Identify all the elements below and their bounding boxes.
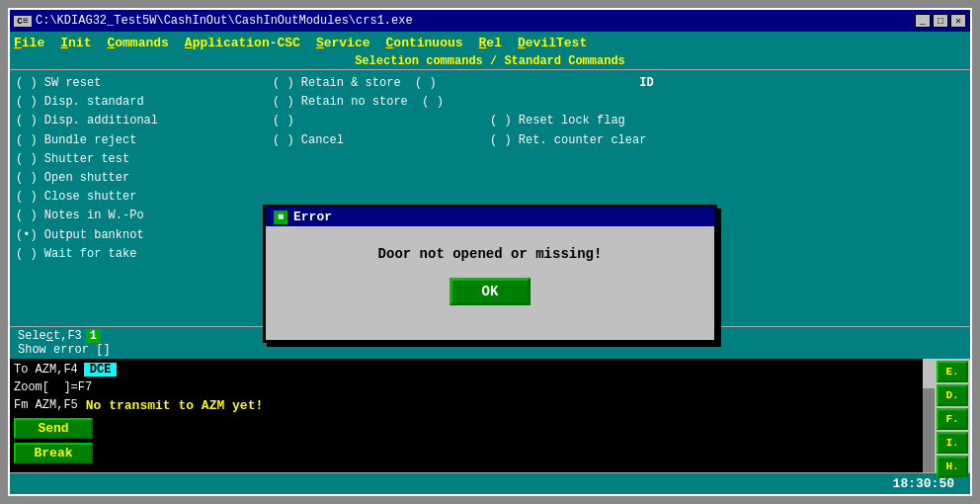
time-display: 18:30:50 — [893, 476, 954, 491]
select-value[interactable]: 1 — [86, 329, 101, 343]
right-btn-h[interactable]: H. — [937, 456, 968, 477]
right-btn-f[interactable]: F. — [937, 408, 968, 430]
list-item[interactable]: ( ) Ret. counter clear — [490, 131, 964, 150]
show-error-row: Show error [ ] — [18, 343, 962, 357]
menu-item-rel[interactable]: Rel — [479, 36, 502, 50]
dialog-ok-button[interactable]: OK — [449, 278, 531, 305]
dialog-body: Door not opened or missing! OK — [266, 226, 714, 340]
show-error-label: Show error [ — [18, 343, 103, 357]
list-item[interactable]: ( ) Retain & store ( ) — [273, 74, 482, 93]
content-area: Selection commands / Standard Commands (… — [10, 53, 970, 494]
scrollbar-thumb[interactable] — [923, 359, 935, 388]
window-title: C:\KDIAG32_Test5W\CashInOut\CashInOutMod… — [36, 14, 413, 28]
list-item[interactable]: ( ) SW reset — [16, 74, 265, 93]
close-button[interactable]: ✕ — [950, 14, 966, 28]
list-item[interactable]: ( ) Notes in W.-Po — [16, 207, 265, 225]
menu-item-commands[interactable]: Commands — [107, 36, 168, 50]
bottom-section: To AZM,F4 DCE Zoom[ ]=F7 Fm AZM,F5 No tr… — [10, 359, 970, 472]
menu-item-service[interactable]: Service — [316, 36, 370, 50]
title-bar: c≡ C:\KDIAG32_Test5W\CashInOut\CashInOut… — [10, 10, 970, 32]
fm-row: Fm AZM,F5 No transmit to AZM yet! — [14, 396, 966, 414]
list-item[interactable]: (•) Output banknot — [16, 226, 265, 245]
send-button[interactable]: Send — [14, 418, 93, 439]
dialog-icon: ■ — [274, 210, 287, 224]
right-btn-d[interactable]: D. — [937, 384, 968, 406]
action-buttons: Send — [14, 416, 966, 439]
menu-item-init[interactable]: Init — [60, 36, 91, 50]
scrollbar-vertical[interactable] — [923, 359, 935, 472]
col1: ( ) SW reset ( ) Disp. standard ( ) Disp… — [12, 74, 269, 324]
list-item — [490, 93, 964, 112]
right-id-label: ID — [490, 74, 964, 93]
list-item[interactable]: ( ) Disp. additional — [16, 112, 265, 130]
menu-item-continuous[interactable]: Continuous — [386, 36, 463, 50]
dce-badge: DCE — [84, 363, 118, 377]
list-item[interactable]: ( ) Disp. standard — [16, 93, 265, 112]
dialog-message: Door not opened or missing! — [378, 246, 603, 262]
list-item[interactable]: ( ) Wait for take — [16, 245, 265, 264]
menu-bar: File Init Commands Application-CSC Servi… — [10, 32, 970, 53]
list-item[interactable]: ( ) Cancel — [273, 131, 482, 150]
break-area: Break — [14, 441, 966, 463]
dialog-title-text: Error — [293, 210, 332, 224]
show-error-close: ] — [103, 343, 110, 357]
menu-item-deviltest[interactable]: DevilTest — [518, 36, 587, 50]
title-controls: _ □ ✕ — [915, 14, 966, 28]
list-item[interactable]: ( ) Shutter test — [16, 150, 265, 169]
status-time-bar: 18:30:50 — [10, 472, 970, 494]
maximize-button[interactable]: □ — [933, 14, 948, 28]
window-icon: c≡ — [14, 16, 32, 27]
zoom-row: Zoom[ ]=F7 — [14, 378, 966, 396]
list-item[interactable]: ( ) Close shutter — [16, 188, 265, 207]
break-button[interactable]: Break — [14, 443, 93, 463]
zoom-label: Zoom[ ]=F7 — [14, 380, 92, 394]
right-btn-i[interactable]: I. — [937, 432, 968, 454]
list-item[interactable]: ( ) Bundle reject — [16, 131, 265, 150]
error-dialog: ■ Error Door not opened or missing! OK — [263, 205, 717, 343]
to-azm-label: To AZM,F4 — [14, 363, 78, 377]
menu-item-app-csc[interactable]: Application-CSC — [185, 36, 300, 50]
section-header: Selection commands / Standard Commands — [10, 53, 970, 70]
fm-azm-label: Fm AZM,F5 — [14, 398, 78, 412]
select-label: Select,F3 — [18, 329, 82, 343]
minimize-button[interactable]: _ — [915, 14, 931, 28]
azm-row: To AZM,F4 DCE — [14, 361, 966, 378]
dialog-title-bar: ■ Error — [266, 208, 714, 226]
title-bar-left: c≡ C:\KDIAG32_Test5W\CashInOut\CashInOut… — [14, 14, 413, 28]
list-item[interactable]: ( ) Open shutter — [16, 169, 265, 188]
list-item[interactable]: ( ) Reset lock flag — [490, 112, 964, 130]
no-transmit-text: No transmit to AZM yet! — [86, 398, 263, 413]
list-item[interactable]: ( ) — [273, 112, 482, 130]
menu-item-file[interactable]: File — [14, 36, 44, 50]
right-buttons-panel: E. D. F. I. H. — [935, 359, 970, 472]
right-btn-e[interactable]: E. — [937, 361, 968, 382]
main-window: c≡ C:\KDIAG32_Test5W\CashInOut\CashInOut… — [8, 8, 972, 496]
list-item[interactable]: ( ) Retain no store ( ) — [273, 93, 482, 112]
